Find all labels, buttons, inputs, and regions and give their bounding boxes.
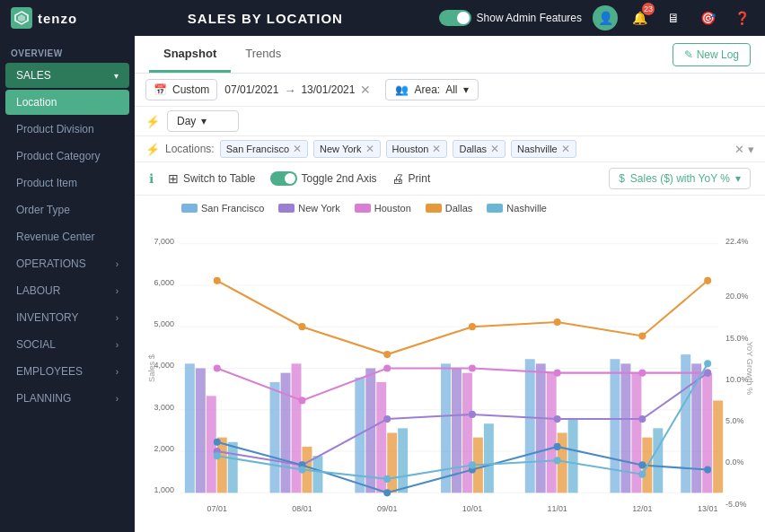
period-label: Day: [177, 115, 196, 127]
locations-toolbar: ⚡ Locations: San Francisco ✕ New York ✕ …: [135, 136, 765, 162]
svg-text:0.0%: 0.0%: [725, 458, 743, 467]
chart-toolbar: ℹ ⊞ Switch to Table Toggle 2nd Axis 🖨 Pr…: [135, 162, 765, 196]
sidebar-item-operations[interactable]: OPERATIONS ›: [5, 251, 129, 276]
user-icon[interactable]: 👤: [593, 5, 618, 31]
sidebar-item-revenue-center[interactable]: Revenue Center: [5, 224, 129, 249]
svg-text:08/01: 08/01: [292, 504, 312, 513]
sidebar-item-product-division[interactable]: Product Division: [5, 117, 129, 142]
chart-legend: San Francisco New York Houston Dallas: [145, 203, 754, 214]
legend-color-dallas: [426, 204, 442, 213]
svg-point-84: [554, 415, 561, 423]
svg-point-68: [383, 351, 391, 358]
nav-icons: 👤 🔔 23 🖥 🎯 ❓: [593, 5, 754, 31]
svg-rect-46: [398, 428, 408, 493]
legend-item-sf: San Francisco: [181, 203, 264, 214]
location-chip-sf: San Francisco ✕: [220, 140, 308, 158]
locations-label: Locations:: [165, 143, 215, 155]
logo-area: tenzo: [11, 7, 77, 29]
info-icon: ℹ: [149, 171, 154, 186]
location-nashville-remove[interactable]: ✕: [561, 143, 570, 155]
target-icon[interactable]: 🎯: [695, 5, 720, 31]
area-chevron-icon: ▾: [463, 83, 469, 96]
sidebar-item-location[interactable]: Location: [5, 90, 129, 115]
svg-text:-5.0%: -5.0%: [725, 500, 746, 509]
logo-text: tenzo: [38, 11, 77, 26]
legend-ny-label: New York: [298, 203, 339, 214]
svg-point-77: [554, 370, 561, 377]
location-dallas-remove[interactable]: ✕: [490, 143, 499, 155]
svg-text:3,000: 3,000: [154, 403, 173, 412]
admin-toggle-area: Show Admin Features: [439, 10, 582, 26]
sidebar-item-sales[interactable]: SALES ▾: [5, 63, 129, 88]
svg-rect-38: [281, 373, 291, 493]
svg-rect-62: [681, 354, 690, 493]
toggle-2nd-switch[interactable]: [270, 171, 297, 186]
svg-marker-1: [18, 14, 25, 22]
sidebar-item-planning[interactable]: PLANNING ›: [5, 386, 129, 411]
locations-expand-icon[interactable]: ▾: [748, 143, 754, 156]
period-select[interactable]: Day ▾: [167, 110, 239, 132]
sidebar-item-product-item[interactable]: Product Item: [5, 170, 129, 196]
monitor-icon[interactable]: 🖥: [661, 5, 686, 31]
sidebar-item-labour[interactable]: LABOUR ›: [5, 278, 129, 303]
location-sf-remove[interactable]: ✕: [293, 143, 302, 155]
svg-text:13/01: 13/01: [698, 504, 717, 513]
switch-to-table-action[interactable]: ⊞ Switch to Table: [168, 171, 256, 186]
location-houston-remove[interactable]: ✕: [432, 143, 441, 155]
toggle-2nd-axis-action[interactable]: Toggle 2nd Axis: [270, 171, 377, 186]
help-icon[interactable]: ❓: [729, 5, 754, 31]
sidebar-item-employees[interactable]: EMPLOYEES ›: [5, 359, 129, 384]
filter-icon: ⚡: [145, 115, 160, 128]
sidebar-item-social[interactable]: SOCIAL ›: [5, 332, 129, 357]
new-log-button[interactable]: ✎ New Log: [673, 43, 751, 66]
svg-point-71: [638, 332, 646, 339]
switch-to-table-label: Switch to Table: [183, 172, 256, 185]
svg-rect-49: [462, 373, 472, 493]
svg-text:5.0%: 5.0%: [725, 416, 743, 425]
date-end[interactable]: 13/01/2021: [301, 83, 355, 96]
locations-clear-icon[interactable]: ✕: [734, 143, 744, 156]
svg-text:1,000: 1,000: [154, 485, 173, 494]
svg-rect-44: [376, 382, 386, 493]
content-header: Snapshot Trends ✎ New Log: [135, 36, 765, 74]
svg-text:4,000: 4,000: [154, 361, 173, 370]
overview-section-label: OVERVIEW: [0, 43, 135, 62]
social-chevron: ›: [116, 340, 119, 350]
sidebar-planning-label: PLANNING: [16, 392, 71, 405]
tab-snapshot[interactable]: Snapshot: [149, 36, 231, 73]
locations-filter-icon: ⚡: [145, 143, 160, 156]
svg-point-87: [214, 439, 221, 446]
svg-point-98: [554, 457, 561, 464]
date-preset-picker[interactable]: 📅 Custom: [145, 79, 217, 100]
date-clear-icon[interactable]: ✕: [360, 83, 371, 97]
admin-toggle-switch[interactable]: [439, 10, 471, 26]
legend-houston-label: Houston: [374, 203, 411, 214]
sidebar-item-inventory[interactable]: INVENTORY ›: [5, 305, 129, 330]
sidebar-inventory-label: INVENTORY: [16, 311, 79, 324]
legend-item-houston: Houston: [355, 203, 411, 214]
tab-trends[interactable]: Trends: [231, 36, 295, 73]
chart-svg-container: 1,000 2,000 3,000 4,000 5,000 6,000 7,00…: [145, 221, 754, 516]
logo-icon: [11, 7, 32, 29]
sidebar-item-order-type[interactable]: Order Type: [5, 197, 129, 222]
svg-text:2,000: 2,000: [154, 444, 173, 453]
sidebar: OVERVIEW SALES ▾ Location Product Divisi…: [0, 36, 135, 532]
metric-select[interactable]: $ Sales ($) with YoY % ▾: [609, 168, 751, 189]
sidebar-item-product-category[interactable]: Product Category: [5, 144, 129, 169]
tab-snapshot-label: Snapshot: [163, 47, 216, 60]
svg-rect-61: [653, 428, 663, 493]
legend-color-houston: [355, 204, 371, 213]
svg-point-100: [704, 360, 711, 367]
content-area: Snapshot Trends ✎ New Log 📅 Custom 07/01…: [135, 36, 765, 532]
svg-rect-57: [610, 359, 620, 493]
date-start[interactable]: 07/01/2021: [224, 83, 278, 96]
print-action[interactable]: 🖨 Print: [391, 171, 431, 186]
svg-text:7,000: 7,000: [154, 237, 173, 246]
tabs: Snapshot Trends: [149, 36, 295, 73]
svg-point-95: [298, 466, 305, 473]
notifications-icon[interactable]: 🔔 23: [627, 5, 652, 31]
location-ny-remove[interactable]: ✕: [365, 143, 374, 155]
employees-chevron: ›: [116, 367, 119, 377]
area-select[interactable]: 👥 Area: All ▾: [385, 79, 478, 100]
legend-item-nashville: Nashville: [487, 203, 547, 214]
